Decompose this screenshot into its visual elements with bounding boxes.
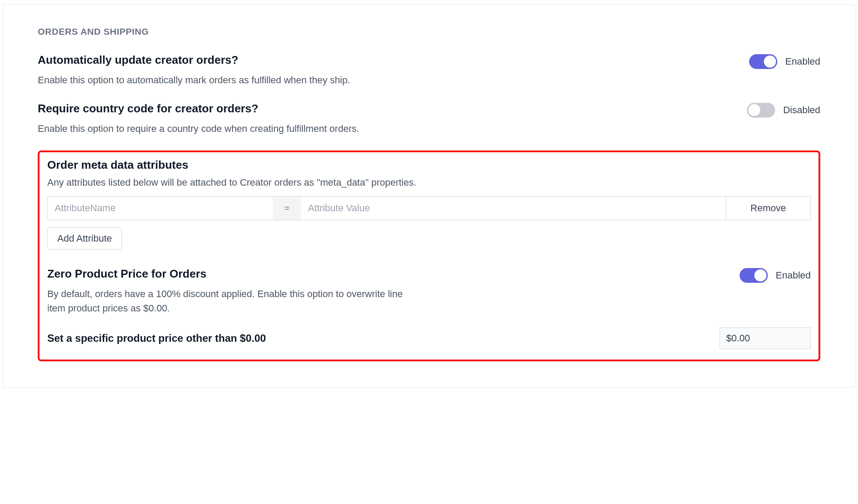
toggle-knob [754,269,766,281]
setting-desc: Enable this option to require a country … [38,121,437,136]
setting-title: Require country code for creator orders? [38,102,437,115]
setting-text: Automatically update creator orders? Ena… [38,53,437,87]
toggle-knob [748,104,760,116]
setting-specific-price: Set a specific product price other than … [47,327,811,349]
section-heading: ORDERS AND SHIPPING [38,26,820,37]
setting-auto-update: Automatically update creator orders? Ena… [38,53,820,87]
setting-zero-price: Zero Product Price for Orders By default… [47,267,811,315]
toggle-state-label: Disabled [783,105,820,116]
setting-text: Zero Product Price for Orders By default… [47,267,420,315]
toggle-zero-price[interactable] [740,268,768,283]
setting-require-country: Require country code for creator orders?… [38,102,820,136]
toggle-wrap: Enabled [740,268,811,283]
toggle-wrap: Enabled [749,54,820,69]
setting-text: Require country code for creator orders?… [38,102,437,136]
toggle-knob [764,56,776,68]
toggle-state-label: Enabled [776,270,811,281]
highlight-annotation-box: Order meta data attributes Any attribute… [38,151,820,361]
settings-card: ORDERS AND SHIPPING Automatically update… [16,9,842,374]
toggle-auto-update[interactable] [749,54,777,69]
specific-price-input[interactable] [720,327,811,349]
toggle-wrap: Disabled [747,103,820,118]
meta-title: Order meta data attributes [47,158,811,172]
meta-desc: Any attributes listed below will be atta… [47,177,811,188]
settings-panel: ORDERS AND SHIPPING Automatically update… [3,4,855,388]
setting-desc: Enable this option to automatically mark… [38,73,437,87]
setting-title: Automatically update creator orders? [38,53,437,67]
attribute-value-input[interactable] [301,196,726,220]
setting-title: Zero Product Price for Orders [47,267,420,281]
attribute-row: = Remove [47,196,811,220]
price-title: Set a specific product price other than … [47,332,266,344]
remove-attribute-button[interactable]: Remove [726,196,811,220]
add-attribute-button[interactable]: Add Attribute [47,227,122,250]
attribute-name-input[interactable] [47,196,273,220]
toggle-state-label: Enabled [785,56,820,67]
setting-desc: By default, orders have a 100% discount … [47,287,420,315]
equals-icon: = [273,196,301,220]
toggle-require-country[interactable] [747,103,775,118]
